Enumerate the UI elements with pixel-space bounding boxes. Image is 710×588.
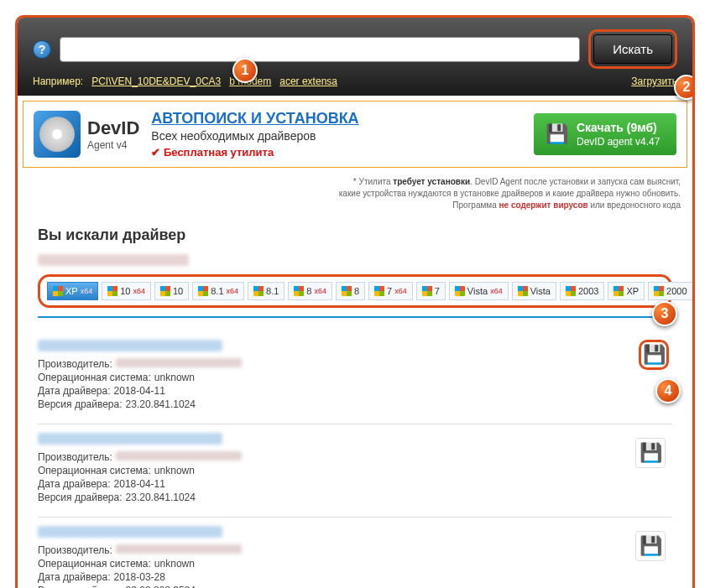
value-date: 2018-04-11 <box>114 385 165 397</box>
download-button[interactable]: 💾 Скачать (9мб)DevID agent v4.47 <box>534 113 676 155</box>
label-version: Версия драйвера: <box>38 585 123 588</box>
results-list: Производитель:Операционная система:unkno… <box>38 331 672 588</box>
value-blurred <box>116 358 242 367</box>
annotation-marker-2: 2 <box>674 75 695 100</box>
examples-row: Например: PCI\VEN_10DE&DEV_0CA3 b modem … <box>33 75 677 87</box>
result-title-blurred <box>38 433 222 445</box>
floppy-icon: 💾 <box>640 535 662 557</box>
save-driver-button[interactable]: 💾 <box>639 340 669 370</box>
topbar: ? Искать 1 2 Например: PCI\VEN_10DE&DEV_… <box>18 18 692 96</box>
value-os: unknown <box>154 558 195 570</box>
floppy-icon: 💾 <box>640 442 662 464</box>
promo-headline[interactable]: АВТОПОИСК И УСТАНОВКА <box>151 110 522 127</box>
download-bottom: DevID agent v4.47 <box>577 136 660 148</box>
windows-icon <box>294 286 304 296</box>
value-blurred <box>116 451 242 461</box>
value-date: 2018-03-28 <box>114 571 165 583</box>
label-manufacturer: Производитель: <box>38 544 112 556</box>
result-item: Производитель:Операционная система:unkno… <box>38 518 672 588</box>
blurred-query <box>38 254 189 266</box>
label-os: Операционная система: <box>38 372 151 383</box>
floppy-icon: 💾 <box>643 344 666 366</box>
result-item: Производитель:Операционная система:unkno… <box>38 424 672 518</box>
value-version: 23.20.808.3584 <box>126 585 196 588</box>
label-os: Операционная система: <box>38 465 151 476</box>
promo-sub: Всех необходимых драйверов <box>151 129 522 143</box>
os-tab-10-x64[interactable]: 10x64 <box>102 282 151 300</box>
windows-icon <box>198 286 208 296</box>
results-heading: Вы искали драйвер <box>38 226 672 244</box>
result-item: Производитель:Операционная система:unkno… <box>38 331 672 424</box>
annotation-marker-3: 3 <box>652 301 677 326</box>
save-driver-button[interactable]: 💾 <box>635 531 666 561</box>
agent-version: Agent v4 <box>87 139 139 151</box>
os-tab-XP-x64[interactable]: XPx64 <box>47 282 98 300</box>
disk-icon <box>34 111 81 158</box>
windows-icon <box>455 286 465 296</box>
windows-icon <box>654 286 664 296</box>
value-date: 2018-04-11 <box>114 478 165 490</box>
value-version: 23.20.841.1024 <box>126 492 196 503</box>
help-icon[interactable]: ? <box>33 40 51 59</box>
os-tab-7[interactable]: 7 <box>416 282 446 300</box>
windows-icon <box>518 286 528 296</box>
os-tab-2000[interactable]: 2000 <box>648 282 692 300</box>
value-blurred <box>116 544 242 554</box>
os-tab-XP[interactable]: XP <box>608 282 645 300</box>
example-link[interactable]: PCI\VEN_10DE&DEV_0CA3 <box>91 75 221 87</box>
promo-logo: DevID Agent v4 <box>34 111 139 158</box>
value-version: 23.20.841.1024 <box>126 398 196 410</box>
result-title-blurred <box>38 340 222 351</box>
search-button[interactable]: Искать <box>593 34 672 64</box>
os-tab-7-x64[interactable]: 7x64 <box>368 282 413 300</box>
example-label: Например: <box>33 75 83 87</box>
label-os: Операционная система: <box>38 558 151 570</box>
os-tab-Vista[interactable]: Vista <box>512 282 556 300</box>
label-manufacturer: Производитель: <box>38 358 112 370</box>
annotation-marker-1: 1 <box>232 58 258 83</box>
result-title-blurred <box>38 526 222 538</box>
save-icon: 💾 <box>546 123 568 145</box>
divider <box>38 316 672 318</box>
windows-icon <box>253 286 264 296</box>
save-driver-button[interactable]: 💾 <box>635 438 666 468</box>
label-date: Дата драйвера: <box>38 385 111 397</box>
windows-icon <box>160 286 170 296</box>
label-version: Версия драйвера: <box>38 492 123 503</box>
label-version: Версия драйвера: <box>38 398 123 410</box>
os-tab-2003[interactable]: 2003 <box>560 282 604 300</box>
label-manufacturer: Производитель: <box>38 451 112 463</box>
windows-icon <box>53 286 63 296</box>
upload-link[interactable]: Загрузить <box>631 75 677 87</box>
search-input[interactable] <box>60 37 580 62</box>
example-link[interactable]: acer extensa <box>279 75 337 87</box>
label-date: Дата драйвера: <box>38 571 111 583</box>
windows-icon <box>422 286 432 296</box>
label-date: Дата драйвера: <box>38 478 111 490</box>
os-tab-8-1[interactable]: 8.1 <box>248 282 285 300</box>
os-tabs: XPx6410x64108.1x648.18x6487x647Vistax64V… <box>38 274 672 308</box>
windows-icon <box>613 286 624 296</box>
value-os: unknown <box>154 372 195 383</box>
windows-icon <box>374 286 384 296</box>
brand-name: DevID <box>87 117 139 139</box>
annotation-marker-4: 4 <box>655 378 681 403</box>
windows-icon <box>107 286 117 296</box>
windows-icon <box>342 286 352 296</box>
os-tab-Vista-x64[interactable]: Vistax64 <box>449 282 509 300</box>
page-frame: ? Искать 1 2 Например: PCI\VEN_10DE&DEV_… <box>15 15 695 588</box>
os-tab-8-1-x64[interactable]: 8.1x64 <box>192 282 244 300</box>
os-tab-8[interactable]: 8 <box>336 282 365 300</box>
windows-icon <box>566 286 576 296</box>
download-top: Скачать (9мб) <box>577 121 657 134</box>
promo-free: Бесплатная утилита <box>151 146 522 159</box>
os-tab-8-x64[interactable]: 8x64 <box>288 282 332 300</box>
os-tab-10[interactable]: 10 <box>154 282 189 300</box>
promo-banner: DevID Agent v4 АВТОПОИСК И УСТАНОВКА Все… <box>23 101 687 168</box>
disclaimer: * Утилита требует установки. DevID Agent… <box>18 173 692 218</box>
content: Вы искали драйвер XPx6410x64108.1x648.18… <box>18 218 692 588</box>
value-os: unknown <box>154 465 195 476</box>
